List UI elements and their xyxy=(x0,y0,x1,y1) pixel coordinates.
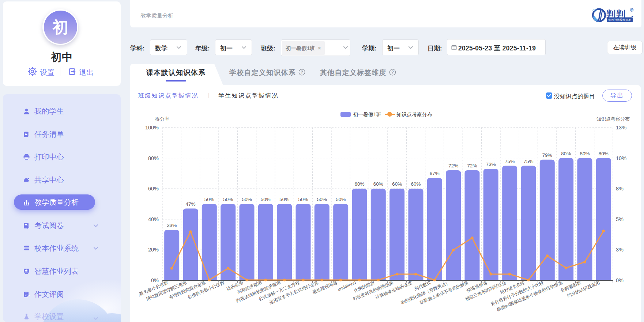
svg-text:60%: 60% xyxy=(148,186,159,192)
svg-text:67%: 67% xyxy=(430,171,440,176)
svg-text:50%: 50% xyxy=(261,197,271,202)
svg-text:40%: 40% xyxy=(148,216,159,222)
svg-text:60%: 60% xyxy=(354,181,364,187)
svg-text:75%: 75% xyxy=(505,159,515,164)
svg-text:60%: 60% xyxy=(411,181,421,187)
svg-text:0%: 0% xyxy=(151,277,159,283)
svg-text:80%: 80% xyxy=(580,151,590,156)
svg-text:?: ? xyxy=(391,70,394,74)
svg-text:50%: 50% xyxy=(298,197,308,202)
svg-text:80%: 80% xyxy=(148,155,159,161)
svg-text:60%: 60% xyxy=(392,181,402,187)
svg-text:5%: 5% xyxy=(616,216,624,222)
svg-text:50%: 50% xyxy=(204,197,214,202)
svg-text:33%: 33% xyxy=(167,223,177,228)
svg-text:50%: 50% xyxy=(242,197,252,202)
svg-text:50%: 50% xyxy=(317,197,327,202)
svg-text:80%: 80% xyxy=(561,151,571,156)
svg-text:60%: 60% xyxy=(373,181,383,187)
svg-text:80%: 80% xyxy=(599,151,609,156)
svg-text:你的智慧校园好友: 你的智慧校园好友 xyxy=(608,18,631,22)
svg-text:R: R xyxy=(631,9,633,11)
svg-text:3%: 3% xyxy=(616,247,624,253)
svg-text:47%: 47% xyxy=(185,201,195,207)
svg-text:73%: 73% xyxy=(486,162,496,167)
svg-text:0%: 0% xyxy=(616,277,624,283)
svg-text:50%: 50% xyxy=(279,197,289,202)
svg-text:79%: 79% xyxy=(542,152,552,158)
svg-text:13%: 13% xyxy=(616,125,626,130)
svg-text:72%: 72% xyxy=(467,163,477,168)
svg-text:8%: 8% xyxy=(616,186,624,192)
svg-text:50%: 50% xyxy=(336,197,346,202)
svg-text:10%: 10% xyxy=(616,155,626,161)
svg-text:约分的认识及应用: 约分的认识及应用 xyxy=(566,280,601,298)
svg-text:20%: 20% xyxy=(148,247,159,253)
svg-text:50%: 50% xyxy=(223,197,233,202)
svg-text:100%: 100% xyxy=(145,125,159,130)
svg-text:?: ? xyxy=(301,70,303,74)
svg-text:72%: 72% xyxy=(448,163,458,168)
svg-text:75%: 75% xyxy=(523,159,533,164)
